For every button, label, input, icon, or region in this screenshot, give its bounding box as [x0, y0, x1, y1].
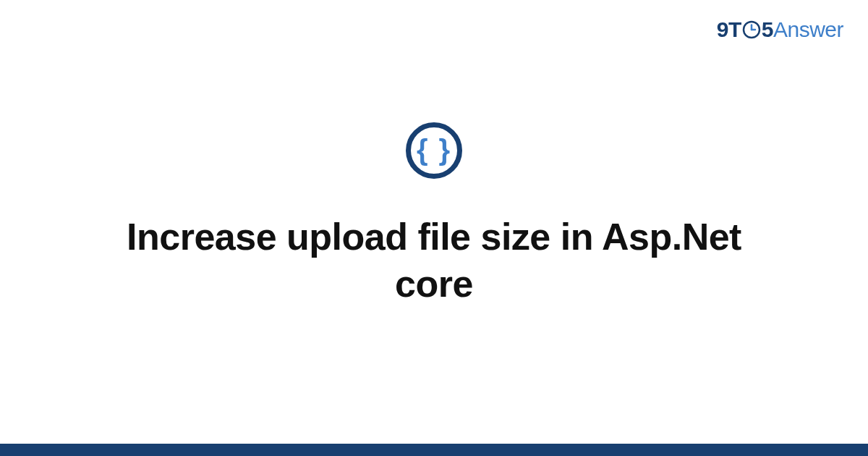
clock-icon: [742, 20, 761, 39]
site-logo: 9T 5 Answer: [717, 17, 843, 42]
logo-text-9t: 9T: [717, 17, 741, 42]
code-braces-icon: { }: [417, 135, 451, 164]
footer-bar: [0, 444, 868, 456]
logo-text-5: 5: [762, 17, 773, 42]
logo-text-answer: Answer: [773, 17, 843, 42]
main-content: { } Increase upload file size in Asp.Net…: [0, 122, 868, 308]
category-badge: { }: [406, 122, 462, 179]
page-title: Increase upload file size in Asp.Net cor…: [109, 214, 760, 308]
